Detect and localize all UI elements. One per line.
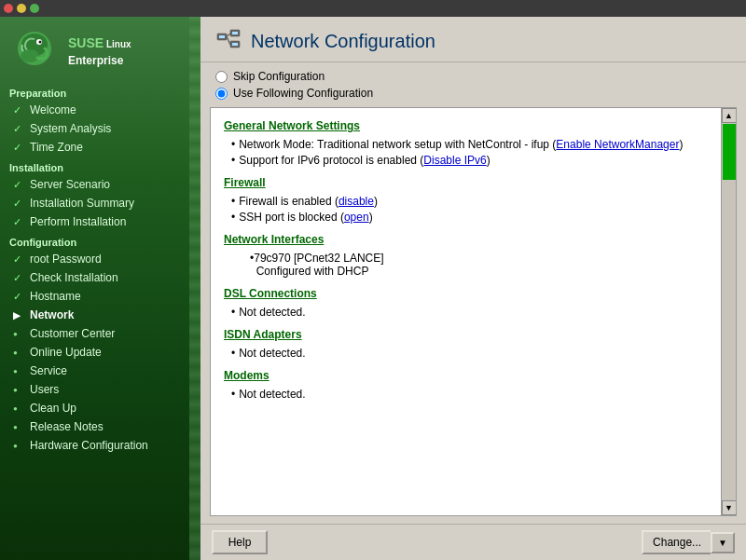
sidebar-item-hostname[interactable]: ✓ Hostname [0,287,200,306]
section-installation: Installation [0,157,200,175]
open-ssh-link[interactable]: open [344,211,369,224]
main-layout: SUSE Linux Enterprise Preparation ✓ Welc… [0,17,746,560]
minimize-button[interactable] [17,4,26,13]
bullet-icon: ● [13,423,24,431]
sidebar-item-server-scenario[interactable]: ✓ Server Scenario [0,175,200,194]
radio-skip-input[interactable] [215,71,228,83]
scroll-area-wrapper: General Network Settings • Network Mode:… [210,107,737,516]
section-dsl[interactable]: DSL Connections [224,287,708,300]
close-button[interactable] [4,4,13,13]
radio-use-label: Use Following Configuration [233,87,373,100]
section-firewall[interactable]: Firewall [224,176,708,189]
svg-point-4 [21,49,39,62]
sidebar-item-perform-installation[interactable]: ✓ Perform Installation [0,212,200,231]
sidebar-item-service[interactable]: ● Service [0,362,200,380]
content-area: Network Configuration Skip Configuration… [200,17,746,560]
help-button[interactable]: Help [212,530,268,554]
radio-use-input[interactable] [215,88,228,100]
bullet-icon: ● [13,348,24,357]
item-network-mode: • Network Mode: Traditional network setu… [224,138,708,151]
sidebar-item-users[interactable]: ● Users [0,380,200,399]
scroll-thumb[interactable] [723,124,736,180]
sidebar-wave-decoration [189,17,200,560]
sidebar-item-release-notes[interactable]: ● Release Notes [0,417,200,436]
check-icon: ✓ [13,123,24,135]
item-firewall-enabled: • Firewall is enabled (disable) [224,195,708,208]
sidebar-item-welcome[interactable]: ✓ Welcome [0,101,200,119]
suse-brand: SUSE Linux Enterprise [68,34,131,69]
check-icon: ✓ [13,198,24,210]
check-icon: ✓ [13,253,24,266]
suse-logo-icon [9,28,61,75]
sidebar: SUSE Linux Enterprise Preparation ✓ Welc… [0,17,200,560]
sidebar-item-hardware-configuration[interactable]: ● Hardware Configuration [0,436,200,455]
disable-firewall-link[interactable]: disable [338,195,374,208]
section-configuration: Configuration [0,231,200,250]
top-bar [0,0,746,17]
sidebar-item-customer-center[interactable]: ● Customer Center [0,324,200,343]
check-icon: ✓ [13,179,24,191]
bullet-icon: ● [13,386,24,394]
network-config-icon [215,28,242,54]
scrollbar[interactable]: ▲ ▼ [721,108,736,515]
svg-rect-8 [232,32,238,34]
content-header: Network Configuration [200,17,746,62]
item-ssh-port: • SSH port is blocked (open) [224,211,708,224]
radio-skip[interactable]: Skip Configuration [215,70,731,83]
bottom-bar: Help Change... ▼ [200,524,746,560]
maximize-button[interactable] [30,4,39,13]
sidebar-item-installation-summary[interactable]: ✓ Installation Summary [0,194,200,212]
check-icon: ✓ [13,142,24,154]
change-button-group: Change... ▼ [642,530,735,554]
section-general-network[interactable]: General Network Settings [224,119,708,132]
bullet-icon: ● [13,442,24,450]
sidebar-item-time-zone[interactable]: ✓ Time Zone [0,138,200,157]
svg-line-12 [227,36,230,45]
svg-rect-6 [219,35,225,38]
sidebar-item-check-installation[interactable]: ✓ Check Installation [0,268,200,287]
scroll-down-button[interactable]: ▼ [722,500,737,515]
section-isdn[interactable]: ISDN Adapters [224,328,708,341]
change-dropdown-button[interactable]: ▼ [711,532,735,553]
bullet-icon: ● [13,330,24,338]
item-dsl-not-detected: • Not detected. [224,306,708,319]
arrow-right-icon: ▶ [13,310,24,321]
svg-rect-10 [232,43,238,46]
network-device-info: •79c970 [PCnet32 LANCE] Configured with … [224,252,708,278]
sidebar-logo: SUSE Linux Enterprise [0,17,200,82]
item-isdn-not-detected: • Not detected. [224,347,708,360]
radio-use[interactable]: Use Following Configuration [215,87,731,100]
section-modems[interactable]: Modems [224,369,708,382]
sidebar-item-root-password[interactable]: ✓ root Password [0,250,200,268]
item-ipv6: • Support for IPv6 protocol is enabled (… [224,154,708,167]
scroll-up-button[interactable]: ▲ [722,108,737,123]
scroll-content[interactable]: General Network Settings • Network Mode:… [211,108,721,515]
section-network-interfaces[interactable]: Network Interfaces [224,233,708,246]
radio-skip-label: Skip Configuration [233,70,325,83]
sidebar-item-online-update[interactable]: ● Online Update [0,343,200,362]
sidebar-item-clean-up[interactable]: ● Clean Up [0,399,200,417]
suse-logo-text: SUSE Linux Enterprise [68,34,131,69]
check-icon: ✓ [13,104,24,116]
radio-section: Skip Configuration Use Following Configu… [200,62,746,107]
window-controls [4,4,39,13]
bullet-icon: ● [13,367,24,376]
bullet-icon: ● [13,404,24,413]
check-icon: ✓ [13,216,24,228]
svg-line-11 [227,34,230,36]
change-button[interactable]: Change... [642,530,711,554]
sidebar-item-network[interactable]: ▶ Network [0,306,200,324]
svg-point-3 [39,41,42,44]
check-icon: ✓ [13,272,24,284]
page-title: Network Configuration [251,31,435,52]
sidebar-item-system-analysis[interactable]: ✓ System Analysis [0,119,200,138]
item-modems-not-detected: • Not detected. [224,388,708,401]
check-icon: ✓ [13,291,24,303]
enable-networkmanager-link[interactable]: Enable NetworkManager [556,138,679,151]
section-preparation: Preparation [0,82,200,101]
disable-ipv6-link[interactable]: Disable IPv6 [423,154,486,167]
